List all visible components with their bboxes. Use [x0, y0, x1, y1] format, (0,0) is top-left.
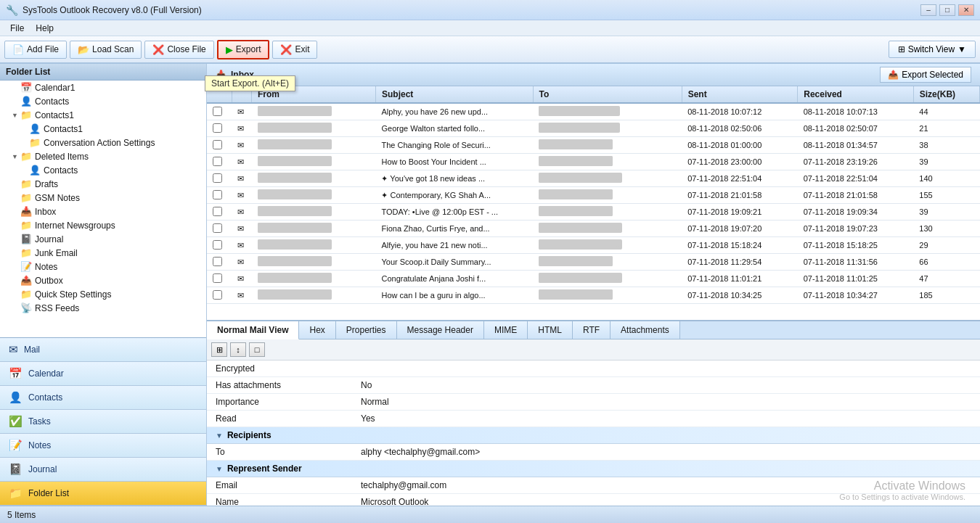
row-size: 66	[913, 254, 979, 271]
export-button[interactable]: ▶ Export	[217, 40, 270, 59]
add-file-button[interactable]: 📄 Add File	[4, 41, 67, 59]
col-to[interactable]: To	[533, 86, 682, 103]
tree-item-contacts1-sub[interactable]: 👤 Contacts1	[0, 122, 206, 136]
tree-item-deleted-contacts[interactable]: 👤 Contacts	[0, 163, 206, 177]
row-size: 21	[913, 120, 979, 137]
table-row[interactable]: ✉ ████████████ George Walton started fol…	[207, 120, 980, 137]
row-received: 07-11-2018 19:09:34	[798, 204, 914, 221]
nav-folder-list-label: Folder List	[28, 488, 69, 498]
nav-mail[interactable]: ✉ Mail	[0, 338, 206, 362]
row-subject: Alfyie, you have 21 new noti...	[375, 237, 533, 254]
tab-properties[interactable]: Properties	[336, 321, 397, 339]
table-row[interactable]: ✉ ████████████ TODAY: •Live @ 12:00p EST…	[207, 204, 980, 221]
tree-item-drafts[interactable]: 📁 Drafts	[0, 177, 206, 191]
row-checkbox[interactable]	[207, 287, 232, 304]
col-size[interactable]: Size(KB)	[913, 86, 979, 103]
col-received[interactable]: Received	[798, 86, 914, 103]
row-subject: George Walton started follo...	[375, 120, 533, 137]
tree-item-internet-newsgroups[interactable]: 📁 Internet Newsgroups	[0, 218, 206, 232]
nav-journal[interactable]: 📓 Journal	[0, 458, 206, 482]
row-size: 140	[913, 170, 979, 187]
row-checkbox[interactable]	[207, 103, 232, 120]
tab-hex[interactable]: Hex	[299, 321, 335, 339]
nav-notes[interactable]: 📝 Notes	[0, 434, 206, 458]
nav-contacts[interactable]: 👤 Contacts	[0, 386, 206, 410]
tab-mime[interactable]: MIME	[484, 321, 528, 339]
tree-item-quick-step[interactable]: 📁 Quick Step Settings	[0, 287, 206, 301]
table-row[interactable]: ✉ ████████████ The Changing Role of Secu…	[207, 137, 980, 154]
preview-tool-sort[interactable]: ↕	[230, 342, 246, 357]
maximize-button[interactable]: □	[939, 4, 955, 16]
tree-item-deleted-items[interactable]: ▼ 📁 Deleted Items	[0, 149, 206, 163]
row-mail-icon: ✉	[232, 187, 251, 204]
row-sent: 07-11-2018 22:51:04	[682, 170, 798, 187]
menu-file[interactable]: File	[4, 22, 30, 35]
row-checkbox[interactable]	[207, 187, 232, 204]
prop-encrypted: Encrypted	[207, 361, 980, 377]
contacts-icon: 👤	[29, 165, 41, 176]
row-checkbox[interactable]	[207, 237, 232, 254]
tree-item-contacts1[interactable]: ▼ 📁 Contacts1	[0, 108, 206, 122]
add-file-label: Add File	[27, 44, 59, 54]
tab-message-header[interactable]: Message Header	[397, 321, 484, 339]
nav-calendar[interactable]: 📅 Calendar	[0, 362, 206, 386]
row-from: ████████████	[252, 170, 376, 187]
row-checkbox[interactable]	[207, 204, 232, 221]
tree-item-conversation-action[interactable]: 📁 Conversation Action Settings	[0, 136, 206, 149]
nav-folder-list[interactable]: 📁 Folder List	[0, 482, 206, 506]
load-scan-button[interactable]: 📂 Load Scan	[70, 41, 142, 59]
row-checkbox[interactable]	[207, 137, 232, 154]
tree-item-gsm-notes[interactable]: 📁 GSM Notes	[0, 191, 206, 205]
nav-tasks[interactable]: ✅ Tasks	[0, 410, 206, 434]
journal-icon: 📓	[20, 234, 32, 244]
export-icon: ▶	[226, 44, 233, 55]
tree-item-journal[interactable]: 📓 Journal	[0, 232, 206, 246]
exit-button[interactable]: ❌ Exit	[272, 41, 317, 59]
tab-attachments[interactable]: Attachments	[611, 321, 680, 339]
status-bar: 5 Items	[0, 506, 980, 523]
table-row[interactable]: ✉ ████████████ ✦ Contemporary, KG Shah A…	[207, 187, 980, 204]
tab-html[interactable]: HTML	[528, 321, 573, 339]
menu-help[interactable]: Help	[30, 22, 60, 35]
row-checkbox[interactable]	[207, 221, 232, 237]
represent-sender-section-header[interactable]: ▼ Represent Sender	[207, 461, 980, 477]
tree-item-notes[interactable]: 📝 Notes	[0, 260, 206, 273]
table-row[interactable]: ✉ ████████████ Your Scoop.it Daily Summa…	[207, 254, 980, 271]
row-checkbox[interactable]	[207, 254, 232, 271]
preview-tool-grid[interactable]: ⊞	[211, 342, 227, 357]
row-to: ████████████ ...	[533, 237, 682, 254]
switch-view-button[interactable]: ⊞ Switch View ▼	[889, 41, 976, 58]
table-row[interactable]: ✉ ████████████ Alphy, you have 26 new up…	[207, 103, 980, 120]
tree-item-contacts[interactable]: 👤 Contacts	[0, 94, 206, 108]
tree-item-inbox[interactable]: 📥 Inbox	[0, 205, 206, 218]
close-file-button[interactable]: ❌ Close File	[144, 41, 213, 59]
row-checkbox[interactable]	[207, 170, 232, 187]
tab-normal-mail-view[interactable]: Normal Mail View	[207, 321, 299, 339]
col-sent[interactable]: Sent	[682, 86, 798, 103]
table-row[interactable]: ✉ ████████████ How can I be a guru in al…	[207, 287, 980, 304]
row-checkbox[interactable]	[207, 120, 232, 137]
preview-tool-expand[interactable]: □	[249, 342, 265, 357]
minimize-button[interactable]: –	[920, 4, 936, 16]
export-selected-button[interactable]: 📤 Export Selected	[880, 67, 971, 83]
tree-item-rss-feeds[interactable]: 📡 RSS Feeds	[0, 301, 206, 315]
table-row[interactable]: ✉ ████████████ Fiona Zhao, Curtis Frye, …	[207, 221, 980, 237]
nav-journal-label: Journal	[28, 464, 57, 474]
table-row[interactable]: ✉ ████████████ Alfyie, you have 21 new n…	[207, 237, 980, 254]
close-button[interactable]: ✕	[958, 4, 974, 16]
exit-icon: ❌	[280, 44, 292, 55]
recipients-section-header[interactable]: ▼ Recipients	[207, 427, 980, 444]
export-label: Export	[236, 44, 261, 54]
table-row[interactable]: ✉ ████████████ Congratulate Anjana Joshi…	[207, 271, 980, 287]
row-checkbox[interactable]	[207, 154, 232, 170]
col-subject[interactable]: Subject	[375, 86, 533, 103]
tree-item-outbox[interactable]: 📤 Outbox	[0, 273, 206, 287]
tree-item-calendar1[interactable]: 📅 Calendar1	[0, 81, 206, 94]
tree-item-junk-email[interactable]: 📁 Junk Email	[0, 246, 206, 260]
table-row[interactable]: ✉ ████████████ How to Boost Your Inciden…	[207, 154, 980, 170]
tab-rtf[interactable]: RTF	[573, 321, 611, 339]
table-row[interactable]: ✉ ████████████ ✦ You've got 18 new ideas…	[207, 170, 980, 187]
row-checkbox[interactable]	[207, 271, 232, 287]
row-from: ████████████	[252, 103, 376, 120]
row-subject: How can I be a guru in algo...	[375, 287, 533, 304]
